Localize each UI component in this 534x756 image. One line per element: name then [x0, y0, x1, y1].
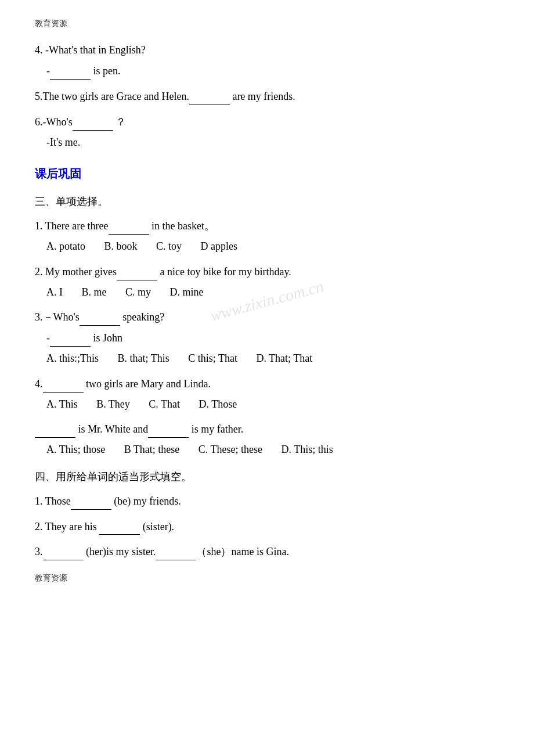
blank-mc4 — [43, 375, 84, 393]
mc-question-4: 4. two girls are Mary and Linda. — [35, 375, 499, 393]
blank-mc1 — [109, 217, 149, 235]
question-5: 5.The two girls are Grace and Helen. are… — [35, 88, 499, 105]
option-2b: B. me — [82, 286, 107, 298]
fill-question-3: 3. (her)is my sister. （she）name is Gina. — [35, 543, 499, 560]
option-2a: A. I — [46, 286, 63, 298]
question-4: 4. -What's that in English? — [35, 42, 499, 59]
blank-mc3b — [50, 329, 91, 347]
option-1d: D apples — [201, 240, 237, 252]
section-title-after-class: 课后巩固 — [35, 164, 499, 183]
option-1c: C. toy — [156, 240, 182, 252]
option-1a: A. potato — [46, 240, 85, 252]
mc-question-3-options: A. this:;This B. that; This C this; That… — [46, 350, 499, 367]
question-6-answer: -It's me. — [46, 134, 499, 151]
option-5d: D. This; this — [281, 444, 333, 455]
mc-question-5-options: A. This; those B That; these C. These; t… — [46, 441, 499, 458]
option-3c: C this; That — [188, 352, 237, 364]
option-3b: B. that; This — [118, 352, 169, 364]
option-4b: B. They — [96, 398, 130, 410]
blank-fill3a — [43, 543, 84, 560]
sub-section-3: 三、单项选择。 — [35, 193, 499, 210]
mc-question-1: 1. There are three in the basket。 — [35, 217, 499, 235]
blank-4a — [50, 62, 91, 80]
mc-question-2: 2. My mother gives a nice toy bike for m… — [35, 263, 499, 280]
mc-question-3a: 3.－Who's speaking? — [35, 308, 499, 326]
fill-question-1: 1. Those (be) my friends. — [35, 492, 499, 510]
blank-mc3a — [80, 308, 120, 326]
option-2d: D. mine — [170, 286, 204, 298]
mc-question-4-options: A. This B. They C. That D. Those — [46, 396, 499, 413]
header-label: 教育资源 — [35, 17, 499, 30]
blank-mc2 — [117, 263, 157, 280]
blank-mc5b — [148, 420, 189, 438]
blank-5 — [189, 88, 230, 105]
mc-question-5: is Mr. White and is my father. — [35, 420, 499, 438]
blank-fill2 — [99, 518, 140, 535]
option-5c: C. These; these — [199, 444, 262, 455]
blank-mc5a — [35, 420, 75, 438]
option-3d: D. That; That — [256, 352, 312, 364]
question-4-answer: - is pen. — [46, 62, 499, 80]
mc-question-2-options: A. I B. me C. my D. mine — [46, 284, 499, 301]
option-3a: A. this:;This — [46, 352, 99, 364]
question-6: 6.-Who's ？ — [35, 113, 499, 131]
option-4d: D. Those — [199, 398, 237, 410]
option-4a: A. This — [46, 398, 78, 410]
option-5b: B That; these — [124, 444, 180, 455]
footer-label: 教育资源 — [35, 572, 499, 585]
blank-fill1 — [71, 492, 111, 510]
sub-section-4: 四、用所给单词的适当形式填空。 — [35, 469, 499, 485]
option-1b: B. book — [104, 240, 138, 252]
blank-fill3b — [156, 543, 196, 560]
option-5a: A. This; those — [46, 444, 105, 455]
mc-question-1-options: A. potato B. book C. toy D apples — [46, 238, 499, 255]
blank-6 — [73, 113, 113, 131]
option-2c: C. my — [125, 286, 151, 298]
option-4c: C. That — [149, 398, 180, 410]
mc-question-3b: - is John — [46, 329, 499, 347]
fill-question-2: 2. They are his (sister). — [35, 518, 499, 535]
